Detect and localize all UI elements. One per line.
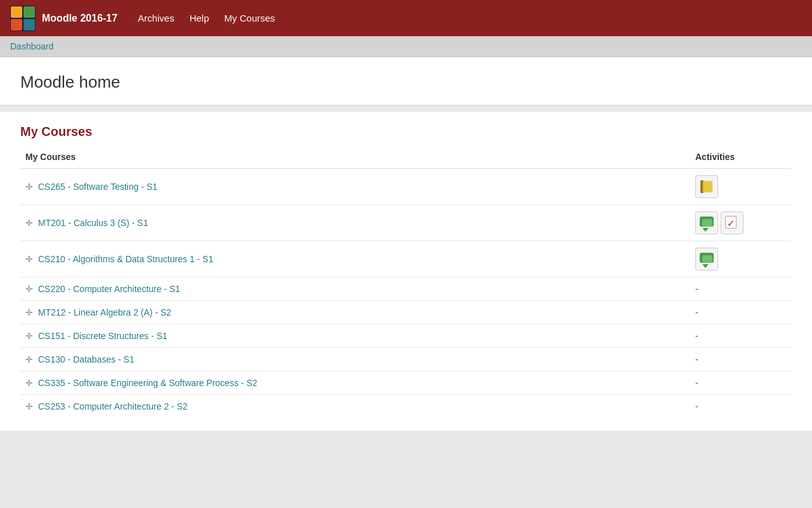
drag-handle-icon[interactable]: ✛ — [25, 378, 33, 388]
activities-cell-cs210 — [690, 241, 792, 277]
breadcrumb-bar: Dashboard — [0, 36, 812, 57]
drag-handle-icon[interactable]: ✛ — [25, 254, 33, 264]
course-link-mt212[interactable]: MT212 - Linear Algebra 2 (A) - S2 — [38, 307, 171, 318]
activities-cell-cs265 — [690, 169, 792, 205]
nav-my-courses[interactable]: My Courses — [225, 13, 275, 23]
course-link-cs210[interactable]: CS210 - Algorithms & Data Structures 1 -… — [38, 254, 213, 264]
header: Moodle 2016-17 Archives Help My Courses — [0, 0, 812, 36]
assignment-activity-icon[interactable]: ✓ — [721, 211, 743, 234]
table-row: ✛CS253 - Computer Architecture 2 - S2- — [20, 395, 792, 418]
course-link-cs253[interactable]: CS253 - Computer Architecture 2 - S2 — [38, 401, 188, 411]
svg-rect-4 — [23, 19, 35, 30]
table-row: ✛MT201 - Calculus 3 (S) - S1 ✓ — [20, 205, 792, 241]
activities-cell-cs151: - — [690, 324, 792, 348]
activities-cell-mt201: ✓ — [690, 205, 792, 241]
course-table: My Courses Activities ✛CS265 - Software … — [20, 148, 792, 418]
course-link-cs151[interactable]: CS151 - Discrete Structures - S1 — [38, 331, 167, 341]
course-cell-mt212: ✛MT212 - Linear Algebra 2 (A) - S2 — [20, 301, 690, 324]
main-nav: Archives Help My Courses — [138, 13, 275, 23]
drag-handle-icon[interactable]: ✛ — [25, 182, 33, 192]
drag-handle-icon[interactable]: ✛ — [25, 331, 33, 341]
course-link-cs335[interactable]: CS335 - Software Engineering & Software … — [38, 378, 258, 388]
svg-rect-3 — [11, 19, 22, 30]
no-activity-dash: - — [695, 354, 698, 364]
activities-cell-cs335: - — [690, 371, 792, 395]
main-content: My Courses My Courses Activities ✛CS265 … — [0, 112, 812, 431]
table-row: ✛CS335 - Software Engineering & Software… — [20, 371, 792, 395]
table-row: ✛MT212 - Linear Algebra 2 (A) - S2- — [20, 301, 792, 324]
activities-cell-cs253: - — [690, 395, 792, 418]
my-courses-heading: My Courses — [20, 124, 792, 139]
no-activity-dash: - — [695, 307, 698, 318]
drag-handle-icon[interactable]: ✛ — [25, 284, 33, 294]
page-title-area: Moodle home — [0, 57, 812, 107]
course-link-cs130[interactable]: CS130 - Databases - S1 — [38, 354, 134, 364]
table-row: ✛CS210 - Algorithms & Data Structures 1 … — [20, 241, 792, 277]
page-title: Moodle home — [20, 72, 792, 92]
no-activity-dash: - — [695, 284, 698, 294]
course-link-cs220[interactable]: CS220 - Computer Architecture - S1 — [38, 284, 180, 294]
forum-activity-icon[interactable] — [695, 248, 718, 271]
course-table-body: ✛CS265 - Software Testing - S1 ✛MT201 - … — [20, 169, 792, 418]
dashboard-breadcrumb[interactable]: Dashboard — [10, 41, 54, 51]
nav-archives[interactable]: Archives — [138, 13, 174, 23]
col-my-courses: My Courses — [20, 148, 690, 169]
table-row: ✛CS130 - Databases - S1- — [20, 348, 792, 371]
no-activity-dash: - — [695, 331, 698, 341]
course-cell-cs210: ✛CS210 - Algorithms & Data Structures 1 … — [20, 241, 690, 277]
table-row: ✛CS151 - Discrete Structures - S1- — [20, 324, 792, 348]
activities-cell-cs220: - — [690, 277, 792, 301]
activities-cell-cs130: - — [690, 348, 792, 371]
table-row: ✛CS265 - Software Testing - S1 — [20, 169, 792, 205]
course-link-cs265[interactable]: CS265 - Software Testing - S1 — [38, 182, 157, 192]
course-cell-cs220: ✛CS220 - Computer Architecture - S1 — [20, 277, 690, 301]
course-cell-cs151: ✛CS151 - Discrete Structures - S1 — [20, 324, 690, 348]
nav-help[interactable]: Help — [190, 13, 209, 23]
drag-handle-icon[interactable]: ✛ — [25, 307, 33, 318]
drag-handle-icon[interactable]: ✛ — [25, 354, 33, 364]
course-cell-cs130: ✛CS130 - Databases - S1 — [20, 348, 690, 371]
table-header-row: My Courses Activities — [20, 148, 792, 169]
site-title: Moodle 2016-17 — [42, 13, 117, 24]
svg-rect-1 — [11, 6, 22, 18]
drag-handle-icon[interactable]: ✛ — [25, 218, 33, 228]
table-row: ✛CS220 - Computer Architecture - S1- — [20, 277, 792, 301]
course-link-mt201[interactable]: MT201 - Calculus 3 (S) - S1 — [38, 218, 148, 228]
col-activities: Activities — [690, 148, 792, 169]
course-cell-mt201: ✛MT201 - Calculus 3 (S) - S1 — [20, 205, 690, 241]
course-cell-cs335: ✛CS335 - Software Engineering & Software… — [20, 371, 690, 395]
svg-rect-2 — [23, 6, 35, 18]
book-activity-icon[interactable] — [695, 175, 718, 198]
course-cell-cs253: ✛CS253 - Computer Architecture 2 - S2 — [20, 395, 690, 418]
course-cell-cs265: ✛CS265 - Software Testing - S1 — [20, 169, 690, 205]
moodle-logo-icon — [10, 6, 36, 31]
no-activity-dash: - — [695, 378, 698, 388]
logo-area: Moodle 2016-17 — [10, 6, 117, 31]
no-activity-dash: - — [695, 401, 698, 411]
drag-handle-icon[interactable]: ✛ — [25, 401, 33, 411]
forum-activity-icon[interactable] — [695, 211, 718, 234]
activities-cell-mt212: - — [690, 301, 792, 324]
